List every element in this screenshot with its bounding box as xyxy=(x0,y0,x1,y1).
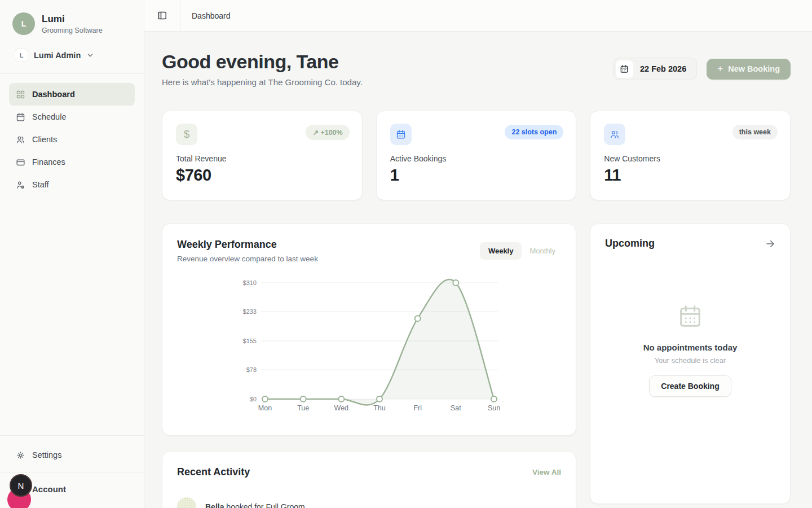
stat-value: 11 xyxy=(604,166,776,185)
gear-icon xyxy=(16,450,25,460)
panel-left-icon xyxy=(157,10,167,21)
app-name: Lumi xyxy=(42,14,103,25)
sidebar-item-settings[interactable]: Settings xyxy=(9,445,135,465)
brand-logo: L xyxy=(12,12,35,35)
brand: L Lumi Grooming Software xyxy=(0,0,144,43)
sidebar-item-label: Schedule xyxy=(32,112,66,121)
page-subtitle: Here is what's happening at The Grooming… xyxy=(162,77,363,87)
dashboard-row-2: Weekly Performance Revenue overview comp… xyxy=(162,224,791,508)
svg-text:Wed: Wed xyxy=(334,404,348,412)
svg-text:Fri: Fri xyxy=(413,404,422,412)
view-all-link[interactable]: View All xyxy=(532,468,561,476)
brand-logo-letter: L xyxy=(21,19,27,28)
badge-text: +100% xyxy=(320,129,342,137)
sidebar-item-schedule[interactable]: Schedule xyxy=(9,106,135,128)
workspace-switcher[interactable]: L Lumi Admin xyxy=(0,43,144,73)
svg-text:$155: $155 xyxy=(242,338,256,344)
sidebar-item-dashboard[interactable]: Dashboard xyxy=(9,83,135,106)
sidebar-toggle-button[interactable] xyxy=(144,0,180,31)
svg-text:$233: $233 xyxy=(242,308,256,315)
left-column: Weekly Performance Revenue overview comp… xyxy=(162,224,576,508)
toggle-weekly[interactable]: Weekly xyxy=(480,242,522,260)
calendar-icon xyxy=(16,112,25,122)
sidebar-nav: Dashboard Schedule Clients Finances xyxy=(0,74,144,205)
svg-text:Sun: Sun xyxy=(487,404,500,412)
svg-text:Tue: Tue xyxy=(297,404,309,412)
stat-label: New Customers xyxy=(604,154,776,163)
weekly-chart-svg: $0$78$155$233$310MonTueWedThuFriSatSun xyxy=(234,275,505,414)
sidebar-item-staff[interactable]: Staff xyxy=(9,173,135,196)
stat-label: Total Revenue xyxy=(176,154,348,163)
stat-value: $760 xyxy=(176,166,348,185)
account-avatar[interactable]: N xyxy=(10,474,32,497)
this-week-badge: this week xyxy=(732,125,778,139)
create-booking-button[interactable]: Create Booking xyxy=(649,375,731,397)
page-title: Good evening, Tane xyxy=(162,51,363,73)
upcoming-empty-state: No appointments today Your schedule is c… xyxy=(605,303,775,397)
trend-up-icon: ↗ xyxy=(312,129,318,137)
svg-text:Mon: Mon xyxy=(258,404,271,412)
weekly-title: Weekly Performance xyxy=(177,239,318,251)
dollar-icon: $ xyxy=(176,124,197,145)
account-row[interactable]: N Account xyxy=(0,472,144,508)
sidebar-item-finances[interactable]: Finances xyxy=(9,151,135,173)
stat-label: Active Bookings xyxy=(390,154,563,163)
sidebar-item-label: Dashboard xyxy=(32,90,75,99)
staff-icon xyxy=(16,180,25,190)
breadcrumb: Dashboard xyxy=(192,11,231,20)
arrow-right-icon[interactable] xyxy=(765,239,775,249)
calendar-icon xyxy=(677,303,703,331)
selected-date: 22 Feb 2026 xyxy=(633,64,694,73)
sidebar: L Lumi Grooming Software L Lumi Admin Da… xyxy=(0,0,144,508)
app-tagline: Grooming Software xyxy=(42,27,103,34)
app-window: L Lumi Grooming Software L Lumi Admin Da… xyxy=(0,0,812,508)
svg-text:$78: $78 xyxy=(246,366,256,373)
settings-label: Settings xyxy=(32,450,61,459)
account-avatar-letter: N xyxy=(18,481,24,491)
users-icon xyxy=(16,135,25,144)
empty-state-subtitle: Your schedule is clear xyxy=(655,356,726,365)
sidebar-item-label: Clients xyxy=(32,135,57,144)
svg-text:$0: $0 xyxy=(249,396,256,402)
plus-icon: + xyxy=(717,63,723,75)
calendar-icon xyxy=(616,60,633,78)
sidebar-item-clients[interactable]: Clients xyxy=(9,128,135,151)
empty-state-title: No appointments today xyxy=(643,343,738,352)
activity-action: booked for Full Groom xyxy=(224,502,304,508)
slots-open-badge: 22 slots open xyxy=(505,125,563,139)
activity-client-name: Bella xyxy=(205,502,224,508)
dashboard-content: Good evening, Tane Here is what's happen… xyxy=(144,32,812,508)
calendar-icon xyxy=(390,124,412,145)
new-booking-button[interactable]: + New Booking xyxy=(707,59,791,80)
svg-text:$310: $310 xyxy=(242,279,256,286)
chevron-down-icon xyxy=(86,51,94,59)
toggle-monthly[interactable]: Monthly xyxy=(524,242,561,260)
period-toggle: Weekly Monthly xyxy=(480,242,561,260)
stat-card-total-revenue: $ ↗ +100% Total Revenue $760 xyxy=(162,111,363,200)
recent-activity-card: Recent Activity View All Bella booked fo… xyxy=(162,451,576,508)
grid-icon xyxy=(16,90,25,99)
date-picker-button[interactable]: 22 Feb 2026 xyxy=(613,58,697,80)
sidebar-item-label: Finances xyxy=(32,157,65,167)
credit-card-icon xyxy=(16,157,25,167)
weekly-subtitle: Revenue overview compared to last week xyxy=(177,255,318,263)
main-area: Dashboard Good evening, Tane Here is wha… xyxy=(144,0,812,508)
svg-text:Sat: Sat xyxy=(450,404,461,412)
activity-avatar xyxy=(177,497,196,508)
stat-card-new-customers: this week New Customers 11 xyxy=(590,111,791,200)
upcoming-title: Upcoming xyxy=(605,238,655,249)
stats-row: $ ↗ +100% Total Revenue $760 22 slots op… xyxy=(162,111,791,200)
page-header: Good evening, Tane Here is what's happen… xyxy=(162,51,791,87)
stat-card-active-bookings: 22 slots open Active Bookings 1 xyxy=(376,111,577,200)
weekly-chart: $0$78$155$233$310MonTueWedThuFriSatSun xyxy=(177,275,561,414)
recent-activity-title: Recent Activity xyxy=(177,466,250,478)
upcoming-card: Upcoming No appointments today Your sche… xyxy=(590,224,791,504)
sidebar-item-label: Staff xyxy=(32,180,49,189)
activity-text: Bella booked for Full Groom xyxy=(205,502,305,508)
stat-value: 1 xyxy=(390,166,563,185)
sidebar-bottom: Settings N Account xyxy=(0,435,144,508)
workspace-avatar: L xyxy=(15,49,28,62)
workspace-label: Lumi Admin xyxy=(34,51,81,60)
header-actions: 22 Feb 2026 + New Booking xyxy=(613,58,791,80)
activity-row: Bella booked for Full Groom xyxy=(177,497,561,508)
